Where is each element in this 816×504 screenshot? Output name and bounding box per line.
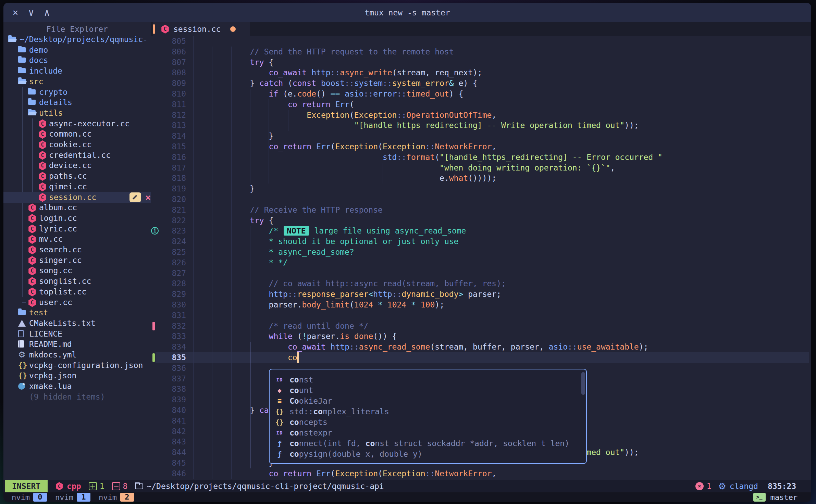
titlebar: × ∨ ∧ tmux new -s master bbox=[3, 3, 811, 22]
tmux-window-name: nvim bbox=[95, 493, 120, 502]
tree-item-crypto[interactable]: crypto bbox=[3, 87, 151, 98]
tree-item-mkdocs-yml[interactable]: mkdocs.yml bbox=[3, 350, 151, 360]
tree-item-vcpkg-json[interactable]: vcpkg.json bbox=[3, 370, 151, 381]
code-line-814[interactable]: } bbox=[193, 131, 273, 141]
tree-item-album-cc[interactable]: album.cc bbox=[3, 202, 151, 213]
tree-item-label: lyric.cc bbox=[39, 224, 77, 234]
code-line-807[interactable]: try { bbox=[193, 57, 273, 68]
tmux-window-1[interactable]: nvim1 bbox=[52, 493, 90, 502]
tree-item-label: LICENCE bbox=[29, 329, 62, 339]
tree-item-test[interactable]: test bbox=[3, 307, 151, 318]
code-line-828[interactable]: // co_await http::async_read(stream, buf… bbox=[193, 278, 506, 289]
tree-item-songlist-cc[interactable]: songlist.cc bbox=[3, 276, 151, 287]
tree-item-label: details bbox=[39, 97, 72, 108]
tree-item-credential-cc[interactable]: credential.cc bbox=[3, 150, 151, 161]
code-line-806[interactable]: // Send the HTTP request to the remote h… bbox=[193, 47, 454, 57]
code-line-813[interactable]: "[handle_https_redirecting] -- Write ope… bbox=[193, 120, 639, 131]
code-line-822[interactable]: try { bbox=[193, 215, 273, 226]
tree-item-lyric-cc[interactable]: lyric.cc bbox=[3, 224, 151, 234]
tree-item-utils[interactable]: utils bbox=[3, 108, 151, 118]
code-line-815[interactable]: co_return Err(Exception(Exception::Netwo… bbox=[193, 141, 496, 152]
code-line-832[interactable]: /* read until done */ bbox=[193, 321, 368, 331]
tmux-window-2[interactable]: nvim2 bbox=[95, 493, 134, 502]
tree-item-vcpkg-configuration-json[interactable]: vcpkg-configuration.json bbox=[3, 360, 151, 371]
code-line-823[interactable]: /* NOTE large file using async_read_some bbox=[193, 226, 466, 236]
code-line-825[interactable]: * async_read_some? bbox=[193, 247, 354, 257]
code-line-829[interactable]: http::response_parser<http::dynamic_body… bbox=[193, 289, 501, 300]
folder-icon bbox=[28, 100, 36, 105]
error-count: 1 bbox=[707, 482, 712, 491]
tmux-window-0[interactable]: nvim0 bbox=[8, 493, 47, 502]
book-icon bbox=[18, 340, 24, 348]
code-line-816[interactable]: std::format("[handle_https_redirecting] … bbox=[193, 152, 663, 163]
cpp-icon bbox=[28, 203, 36, 212]
code-line-826[interactable]: * */ bbox=[193, 257, 288, 268]
line-number: 845 bbox=[151, 458, 191, 468]
line-number: 831 bbox=[151, 310, 191, 321]
code-line-846[interactable]: co_return Err(Exception(Exception::Netwo… bbox=[193, 468, 496, 479]
tree-item-qimei-cc[interactable]: qimei.cc bbox=[3, 181, 151, 192]
code-line-834[interactable]: co_await http::async_read_some(stream, b… bbox=[193, 342, 648, 352]
tree-item-label: demo bbox=[29, 45, 48, 55]
tree-item-licence[interactable]: LICENCE bbox=[3, 329, 151, 339]
tree-item-song-cc[interactable]: song.cc bbox=[3, 265, 151, 276]
code-line-812[interactable]: Exception(Exception::OperationOutOfTime, bbox=[193, 110, 496, 121]
code-line-835[interactable]: co bbox=[193, 352, 297, 363]
tree-item--9-hidden-items-[interactable]: (9 hidden items) bbox=[3, 392, 151, 402]
tree-item-toplist-cc[interactable]: toplist.cc bbox=[3, 287, 151, 297]
completion-item-keyword[interactable]: IDconst bbox=[270, 374, 586, 385]
tree-item-readme-md[interactable]: README.md bbox=[3, 339, 151, 350]
tree-item-src[interactable]: src bbox=[3, 76, 151, 87]
tree-item-docs[interactable]: docs bbox=[3, 55, 151, 66]
tree-item-async-executor-cc[interactable]: async-executor.cc bbox=[3, 118, 151, 129]
code-line-821[interactable]: // Receive the HTTP response bbox=[193, 205, 383, 215]
tab-session-cc[interactable]: session.cc bbox=[153, 22, 250, 36]
line-number: 811 bbox=[151, 99, 191, 110]
tree-item-login-cc[interactable]: login.cc bbox=[3, 213, 151, 224]
tree-item-details[interactable]: details bbox=[3, 97, 151, 108]
line-number: 824 bbox=[151, 236, 191, 247]
completion-item-module[interactable]: {}concepts bbox=[270, 417, 586, 427]
completion-item-value[interactable]: ◆count bbox=[270, 385, 586, 395]
close-file-icon[interactable]: × bbox=[145, 192, 151, 203]
lua-icon bbox=[18, 383, 25, 390]
tree-item-common-cc[interactable]: common.cc bbox=[3, 129, 151, 139]
code-line-817[interactable]: "when doing writing operation: `{}`", bbox=[193, 163, 615, 173]
code-line-824[interactable]: * should it be optional or just only use bbox=[193, 236, 458, 247]
code-line-810[interactable]: if (e.code() == asio::error::timed_out) … bbox=[193, 89, 463, 99]
code-line-819[interactable]: } bbox=[193, 184, 255, 194]
tree-item-demo[interactable]: demo bbox=[3, 45, 151, 55]
code-line-833[interactable]: while (!parser.is_done()) { bbox=[193, 331, 397, 342]
completion-item-function[interactable]: ƒconnect(int fd, const struct sockaddr *… bbox=[270, 438, 586, 449]
file-explorer-panel: File Explorer ~/Desktop/projects/qqmusic… bbox=[3, 22, 151, 480]
completion-item-module[interactable]: {}std::complex_literals bbox=[270, 406, 586, 417]
code-line-830[interactable]: parser.body_limit(1024 * 1024 * 100); bbox=[193, 300, 444, 310]
tree-item-cmakelists-txt[interactable]: CMakeLists.txt bbox=[3, 318, 151, 329]
code-line-809[interactable]: } catch (const boost::system::system_err… bbox=[193, 78, 478, 89]
cpp-icon bbox=[38, 130, 47, 139]
tree-item-mv-cc[interactable]: mv.cc bbox=[3, 234, 151, 244]
tree-item-label: mv.cc bbox=[39, 234, 63, 244]
tree-item-singer-cc[interactable]: singer.cc bbox=[3, 255, 151, 266]
tree-item-cookie-cc[interactable]: cookie.cc bbox=[3, 139, 151, 150]
tree-item-search-cc[interactable]: search.cc bbox=[3, 244, 151, 255]
line-number: 814 bbox=[151, 131, 191, 141]
completion-label: const bbox=[289, 375, 313, 384]
tree-item-device-cc[interactable]: device.cc bbox=[3, 160, 151, 171]
tree-item-session-cc[interactable]: session.cc× bbox=[3, 192, 151, 203]
tree-item-include[interactable]: include bbox=[3, 66, 151, 76]
tree-item-xmake-lua[interactable]: xmake.lua bbox=[3, 381, 151, 392]
tree-item-user-cc[interactable]: user.cc bbox=[3, 297, 151, 308]
completion-item-function[interactable]: ƒcopysign(double x, double y) bbox=[270, 449, 586, 459]
completion-label: CookieJar bbox=[289, 396, 332, 405]
edit-pencil-icon[interactable] bbox=[129, 192, 141, 202]
cpp-icon bbox=[38, 193, 47, 202]
completion-item-class[interactable]: ≡CookieJar bbox=[270, 395, 586, 406]
code-line-808[interactable]: co_await http::async_write(stream, req_n… bbox=[193, 67, 482, 78]
tree-item-paths-cc[interactable]: paths.cc bbox=[3, 171, 151, 181]
code-line-818[interactable]: e.what()))); bbox=[193, 173, 496, 184]
code-line-811[interactable]: co_return Err( bbox=[193, 99, 354, 110]
completion-item-keyword[interactable]: IDconstexpr bbox=[270, 427, 586, 438]
code-line-845[interactable]: } bbox=[193, 458, 273, 468]
tree-item--desktop-projects-qqmusic-[interactable]: ~/Desktop/projects/qqmusic- bbox=[3, 34, 151, 45]
